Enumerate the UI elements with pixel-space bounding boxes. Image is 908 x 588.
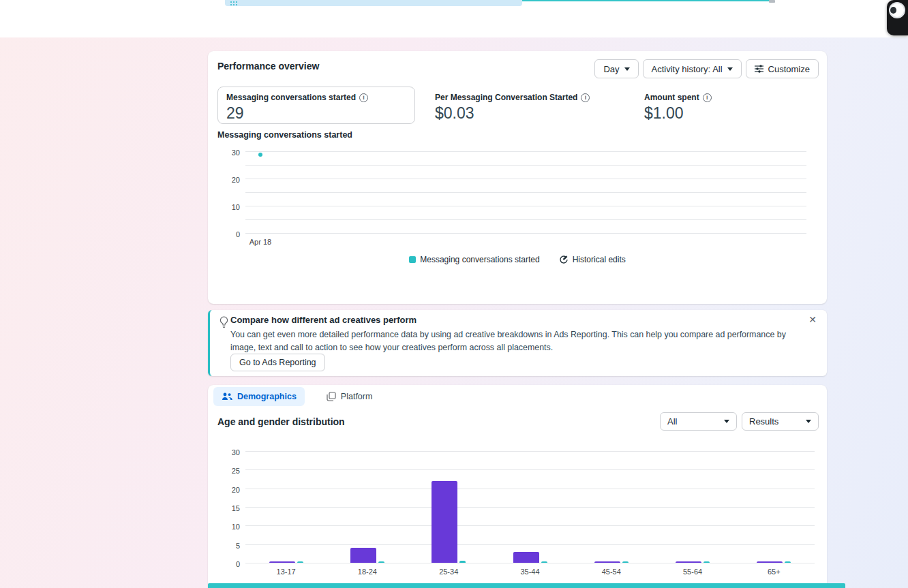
legend-item-messaging[interactable]: Messaging conversations started: [409, 255, 539, 264]
close-icon[interactable]: ✕: [808, 314, 817, 325]
metric-per-messaging-conversation[interactable]: Per Messaging Conversation Started $0.03: [435, 87, 624, 129]
bar: [459, 561, 466, 563]
tip-title: Compare how different ad creatives perfo…: [230, 315, 417, 325]
gridline: [245, 233, 806, 234]
x-axis-label: 45-54: [591, 568, 632, 576]
gridline: [245, 179, 806, 179]
metric-amount-spent[interactable]: Amount spent $1.00: [644, 87, 834, 129]
gridline: [245, 192, 806, 193]
chevron-down-icon: [727, 67, 733, 71]
metric-filter-dropdown[interactable]: Results: [742, 412, 819, 431]
customize-button[interactable]: Customize: [746, 59, 819, 78]
y-axis-label: 10: [220, 523, 240, 531]
go-to-ads-reporting-button[interactable]: Go to Ads Reporting: [230, 354, 325, 371]
y-axis-label: 10: [220, 203, 240, 211]
x-axis-label: 55-64: [672, 568, 713, 576]
metric-value: $1.00: [644, 104, 834, 123]
widget-avatar: [889, 2, 905, 18]
top-teal-line: [522, 0, 772, 1]
bottom-teal-strip: [208, 583, 845, 588]
drag-handle-icon: [230, 1, 239, 5]
y-axis-label: 5: [220, 542, 240, 550]
performance-chart-legend: Messaging conversations started Historic…: [208, 255, 827, 264]
ad-creatives-tip-banner: Compare how different ad creatives perfo…: [208, 310, 827, 376]
floating-widget[interactable]: [887, 0, 908, 35]
metric-messaging-conversations-started[interactable]: Messaging conversations started 29: [217, 87, 415, 124]
gridline: [245, 489, 815, 489]
tab-platform[interactable]: Platform: [318, 387, 381, 406]
tab-label: Platform: [341, 392, 373, 401]
breakdown-tabs: Demographics Platform: [213, 387, 380, 406]
y-axis-label: 30: [220, 149, 240, 157]
metric-label-text: Per Messaging Conversation Started: [435, 93, 577, 102]
bar: [541, 561, 547, 563]
chevron-down-icon: [624, 67, 630, 71]
gridline: [245, 165, 806, 166]
day-dropdown-label: Day: [603, 64, 619, 74]
gridline: [245, 563, 815, 563]
historical-edits-icon: [559, 255, 569, 264]
bar: [297, 561, 303, 563]
tip-body: You can get even more detailed performan…: [230, 328, 804, 354]
x-axis-label: 35-44: [510, 568, 551, 576]
metric-label-text: Messaging conversations started: [226, 93, 356, 102]
metric-value: $0.03: [435, 104, 624, 123]
bar: [676, 561, 701, 563]
info-icon[interactable]: [581, 93, 590, 102]
tab-label: Demographics: [237, 392, 297, 401]
metrics-row: Messaging conversations started 29 Per M…: [217, 87, 834, 129]
top-gray-mark: [769, 0, 775, 3]
x-axis-label: 18-24: [347, 568, 388, 576]
info-icon[interactable]: [703, 93, 712, 102]
activity-history-dropdown[interactable]: Activity history: All: [643, 59, 742, 78]
day-dropdown[interactable]: Day: [594, 59, 638, 78]
bar: [269, 561, 295, 563]
breakdown-card: Demographics Platform Age and gender dis…: [208, 385, 827, 588]
metric-label: Amount spent: [644, 93, 834, 102]
bar: [432, 481, 457, 563]
chevron-down-icon: [806, 420, 811, 423]
customize-label: Customize: [768, 64, 810, 74]
performance-overview-card: Performance overview Day Activity histor…: [208, 51, 827, 304]
customize-icon: [755, 65, 763, 73]
performance-chart-plot: 0102030Apr 18: [245, 152, 806, 234]
data-point: [258, 153, 262, 157]
gridline: [245, 507, 815, 508]
y-axis-label: 20: [220, 486, 240, 494]
platform-icon: [327, 392, 336, 401]
demographics-chart-plot: 05101520253013-1718-2425-3435-4445-5455-…: [245, 452, 815, 563]
y-axis-label: 0: [220, 560, 240, 568]
people-icon: [222, 392, 232, 401]
legend-label: Historical edits: [573, 255, 626, 264]
browser-tab-remnant: [225, 0, 522, 6]
chevron-down-icon: [724, 420, 729, 423]
legend-label: Messaging conversations started: [420, 255, 539, 264]
gridline: [245, 151, 806, 152]
bar: [594, 561, 620, 563]
activity-history-label: Activity history: All: [652, 64, 723, 74]
info-icon[interactable]: [359, 93, 368, 102]
legend-item-historical-edits[interactable]: Historical edits: [559, 255, 626, 264]
x-axis-label: 13-17: [266, 568, 307, 576]
y-axis-label: 20: [220, 176, 240, 184]
bar: [350, 548, 376, 563]
tab-demographics[interactable]: Demographics: [213, 387, 305, 406]
y-axis-label: 15: [220, 504, 240, 512]
x-axis-label: Apr 18: [240, 238, 281, 246]
performance-title: Performance overview: [217, 61, 319, 72]
y-axis-label: 25: [220, 467, 240, 475]
x-axis-label: 25-34: [428, 568, 469, 576]
gender-filter-dropdown[interactable]: All: [660, 412, 737, 431]
bar: [513, 552, 539, 563]
gridline: [245, 451, 815, 452]
gridline: [245, 525, 815, 526]
gridline: [245, 206, 806, 206]
gridline: [245, 219, 806, 220]
y-axis-label: 0: [220, 230, 240, 238]
performance-chart-heading: Messaging conversations started: [217, 130, 352, 140]
age-gender-title: Age and gender distribution: [217, 416, 345, 427]
bar: [378, 561, 384, 563]
metric-filter-value: Results: [749, 416, 778, 427]
lightbulb-icon: [220, 316, 228, 331]
bar: [785, 561, 791, 563]
